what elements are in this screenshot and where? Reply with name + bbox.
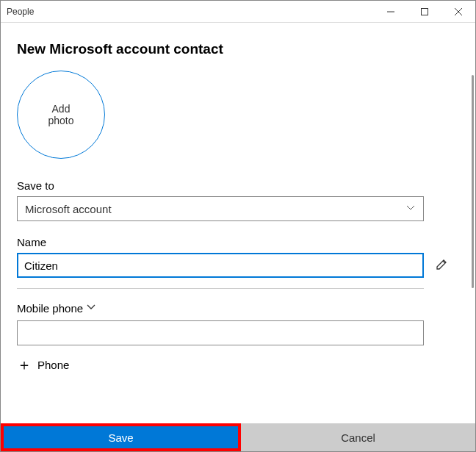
section-divider <box>17 288 424 289</box>
app-window: People New Microsoft account contact Add… <box>0 0 476 452</box>
cancel-button-label: Cancel <box>341 431 375 444</box>
save-to-select[interactable]: Microsoft account <box>17 196 424 221</box>
window-controls <box>374 1 475 23</box>
add-photo-label: Add photo <box>48 103 73 126</box>
chevron-down-icon <box>86 302 96 315</box>
form-scroll: New Microsoft account contact Add photo … <box>1 24 475 451</box>
edit-name-button[interactable] <box>433 256 452 275</box>
action-bar: Save Cancel <box>1 423 475 451</box>
save-button-highlight: Save <box>1 423 241 451</box>
maximize-button[interactable] <box>408 1 441 23</box>
window-title: People <box>1 7 374 17</box>
svg-rect-1 <box>422 8 428 15</box>
name-input[interactable] <box>17 253 424 278</box>
save-to-selected-value: Microsoft account <box>25 203 112 215</box>
plus-icon: ＋ <box>17 357 32 372</box>
add-phone-button[interactable]: ＋ Phone <box>17 357 459 372</box>
phone-type-selector[interactable]: Mobile phone <box>17 302 459 315</box>
save-to-label: Save to <box>17 179 459 192</box>
save-button[interactable]: Save <box>4 426 238 448</box>
add-photo-button[interactable]: Add photo <box>17 71 105 159</box>
mobile-phone-input[interactable] <box>17 320 424 345</box>
title-bar: People <box>1 1 475 23</box>
minimize-button[interactable] <box>374 1 408 23</box>
content-area: New Microsoft account contact Add photo … <box>1 24 475 451</box>
scrollbar-thumb[interactable] <box>472 75 474 288</box>
name-label: Name <box>17 236 459 248</box>
phone-type-label: Mobile phone <box>17 302 83 315</box>
cancel-button[interactable]: Cancel <box>241 423 475 451</box>
name-row <box>17 253 459 278</box>
add-phone-label: Phone <box>37 359 69 371</box>
save-button-label: Save <box>108 431 133 444</box>
close-button[interactable] <box>441 1 475 23</box>
pencil-icon <box>436 257 449 273</box>
chevron-down-icon <box>405 203 416 215</box>
page-title: New Microsoft account contact <box>17 41 459 57</box>
